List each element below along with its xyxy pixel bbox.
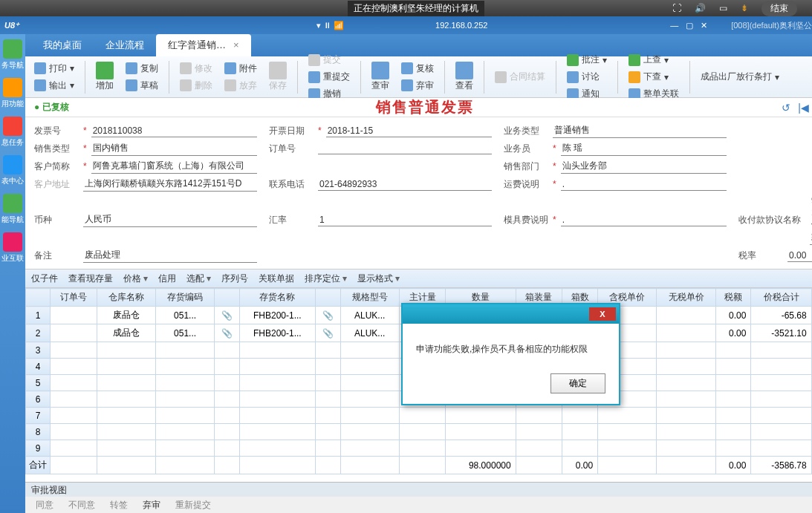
output-button[interactable]: 输出 ▾ xyxy=(30,78,79,94)
rate-field[interactable]: 1 xyxy=(318,214,492,226)
session-info: [008](default)奥利坚公 xyxy=(731,20,812,31)
col-header[interactable]: 订单号 xyxy=(51,289,97,307)
customer-field[interactable]: 阿鲁克幕墙门窗系统（上海）有限公司 xyxy=(91,159,257,174)
col-header[interactable]: 规格型号 xyxy=(340,289,399,307)
recheck-button[interactable]: 复核 xyxy=(397,61,438,76)
save-button[interactable]: 保存 xyxy=(264,60,291,94)
transfer-button[interactable]: 转签 xyxy=(110,499,128,511)
first-button[interactable]: 上查 ▾ xyxy=(624,52,683,68)
submit-button[interactable]: 提交 xyxy=(304,52,354,68)
close-icon[interactable]: ✕ xyxy=(701,21,707,30)
only-sub-button[interactable]: 仅子件 xyxy=(31,272,58,285)
tab-process[interactable]: 企业流程 xyxy=(94,34,156,56)
sales-field[interactable]: 陈 瑶 xyxy=(561,141,727,156)
credit-button[interactable]: 信用 xyxy=(158,272,176,285)
tab-close-icon[interactable]: × xyxy=(233,39,239,50)
col-header[interactable]: 存货编码 xyxy=(155,289,214,307)
barcode-button[interactable]: 成品出厂放行条打 ▾ xyxy=(696,69,784,85)
approval-view-label: 审批视图 xyxy=(25,482,812,497)
minimize-icon[interactable]: — xyxy=(670,21,678,30)
mold-field[interactable]: . xyxy=(561,214,727,226)
freight-field[interactable]: . xyxy=(561,178,727,191)
draft-button[interactable]: 草稿 xyxy=(121,78,163,94)
invoice-date-field[interactable]: 2018-11-15 xyxy=(326,125,492,137)
col-header[interactable]: 存货名称 xyxy=(239,289,316,307)
pin-icon[interactable]: ⇟ xyxy=(741,3,748,13)
remote-control-bar: 正在控制澳利坚朱经理的计算机 ⛶ 🔊 ▭ ⇟ 结束 xyxy=(0,0,812,16)
status-line: ● 已复核 销售普通发票 ↺ |◀ ◀ xyxy=(25,98,812,117)
end-button[interactable]: 结束 xyxy=(761,1,797,16)
dialog-close-button[interactable]: X xyxy=(589,307,616,321)
delete-button[interactable]: 删除 xyxy=(175,78,217,94)
abandon-approval-button[interactable]: 弃审 xyxy=(143,499,160,511)
check-button[interactable]: 查看 xyxy=(451,60,478,94)
agree-button[interactable]: 同意 xyxy=(36,499,53,511)
ip-address: 192.168.0.252 xyxy=(435,21,487,30)
error-dialog: X 申请功能失败,操作员不具备相应的功能权限 确定 xyxy=(401,303,620,405)
release-button[interactable]: 放弃 xyxy=(220,78,262,94)
approve-button[interactable]: 批注 ▾ xyxy=(562,52,611,68)
price-dropdown[interactable]: 价格 xyxy=(123,272,148,285)
dept-field[interactable]: 汕头业务部 xyxy=(561,159,727,174)
sort-dropdown[interactable]: 排序定位 xyxy=(305,272,347,285)
window-controls: — ▢ ✕ xyxy=(670,21,716,30)
option-dropdown[interactable]: 选配 xyxy=(186,272,211,285)
addr-field[interactable]: 上海闵行颛桥镇颛兴东路1412弄151号D xyxy=(83,177,257,192)
stock-button[interactable]: 查看现存量 xyxy=(68,272,113,285)
maximize-icon[interactable]: ▢ xyxy=(686,21,693,30)
dialog-ok-button[interactable]: 确定 xyxy=(550,373,605,393)
sidebar-item-smart[interactable]: 能导航 xyxy=(0,192,25,227)
fullscreen-icon[interactable]: ⛶ xyxy=(672,3,681,13)
tab-bar: 我的桌面 企业流程 红字普通销…× xyxy=(25,34,812,56)
tel-field[interactable]: 021-64892933 xyxy=(318,178,492,191)
add-button[interactable]: 增加 xyxy=(91,60,118,94)
memo-field[interactable]: 废品处理 xyxy=(83,248,257,263)
tab-desktop[interactable]: 我的桌面 xyxy=(31,34,94,56)
remote-msg: 正在控制澳利坚朱经理的计算机 xyxy=(348,1,484,16)
biz-type-field[interactable]: 普通销售 xyxy=(553,123,727,138)
sidebar-item-report[interactable]: 表中心 xyxy=(0,153,25,189)
sale-type-field[interactable]: 国内销售 xyxy=(91,141,257,156)
attach-button[interactable]: 附件 xyxy=(220,61,262,76)
copy-button[interactable]: 复制 xyxy=(121,61,163,76)
sidebar-item-func[interactable]: 用功能 xyxy=(0,76,25,111)
sidebar-item-task[interactable]: 息任务 xyxy=(0,114,25,150)
col-header[interactable] xyxy=(26,289,51,307)
discuss-button[interactable]: 讨论 xyxy=(562,69,611,85)
col-header[interactable] xyxy=(215,289,239,307)
grid-toolbar: 仅子件 查看现存量 价格 信用 选配 序列号 关联单据 排序定位 显示格式 xyxy=(25,269,812,288)
refresh-icon[interactable]: ↺ xyxy=(782,102,790,114)
sum-row: 合计98.0000000.000.00-3586.78 xyxy=(26,457,813,474)
related-button[interactable]: 关联单据 xyxy=(259,272,294,285)
first-page-icon[interactable]: |◀ xyxy=(798,102,809,114)
display-dropdown[interactable]: 显示格式 xyxy=(357,272,400,285)
disagree-button[interactable]: 不同意 xyxy=(68,499,95,511)
abandon-button[interactable]: 弃审 xyxy=(397,78,438,94)
modify-button[interactable]: 修改 xyxy=(175,61,217,76)
currency-field[interactable]: 人民币 xyxy=(83,212,257,227)
contract-button[interactable]: 合同结算 xyxy=(490,69,550,85)
col-header[interactable]: 仓库名称 xyxy=(97,289,155,307)
order-no-field[interactable] xyxy=(318,143,492,154)
invoice-no-field[interactable]: 2018110038 xyxy=(91,125,257,137)
col-header[interactable] xyxy=(316,289,340,307)
tax-field[interactable]: 0.00 xyxy=(787,249,812,262)
col-header[interactable]: 价税合计 xyxy=(751,289,811,307)
table-row[interactable]: 7 xyxy=(26,408,813,424)
sidebar-item-connect[interactable]: 业互联 xyxy=(0,230,25,266)
table-row[interactable]: 8 xyxy=(26,424,813,440)
last-button[interactable]: 下查 ▾ xyxy=(624,69,683,85)
resubmit-approval-button[interactable]: 重新提交 xyxy=(175,499,211,511)
review-button[interactable]: 查审 xyxy=(367,60,394,94)
col-header[interactable]: 税额 xyxy=(715,289,751,307)
tab-red-invoice[interactable]: 红字普通销…× xyxy=(156,34,251,56)
window-icon[interactable]: ▭ xyxy=(719,3,727,13)
col-header[interactable]: 无税单价 xyxy=(657,289,715,307)
serial-button[interactable]: 序列号 xyxy=(221,272,248,285)
table-row[interactable]: 9 xyxy=(26,440,813,457)
nav-icons: ↺ |◀ ◀ xyxy=(782,102,812,114)
sound-icon[interactable]: 🔊 xyxy=(695,3,706,13)
print-button[interactable]: 打印 ▾ xyxy=(30,61,79,76)
sidebar-item-nav[interactable]: 务导航 xyxy=(0,37,25,73)
resubmit-button[interactable]: 重提交 xyxy=(304,69,354,85)
